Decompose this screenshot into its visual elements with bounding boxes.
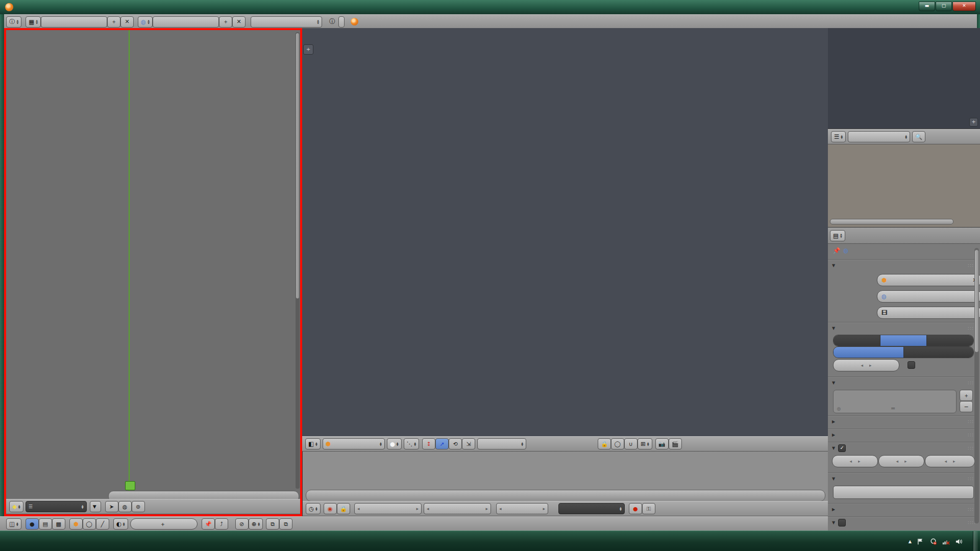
dopesheet-keyframes[interactable] (107, 30, 299, 500)
gravity-checkbox[interactable]: ✓ (838, 444, 846, 452)
frame-end-field[interactable]: ◂▸ (424, 503, 491, 514)
screen-layout-icon-button[interactable]: ▦▲▼ (26, 16, 41, 28)
add-scene-button[interactable]: ＋ (219, 16, 232, 28)
scene-icon-button[interactable]: ◍▲▼ (138, 16, 153, 28)
maximize-button[interactable]: ▢ (936, 2, 952, 11)
toolshelf-expand-button[interactable]: ＋ (303, 44, 313, 55)
texture-nodes-button[interactable]: ▤ (39, 518, 52, 530)
sync-mode-select[interactable]: ▲▼ (558, 503, 625, 514)
node-pin-button[interactable]: 📌 (202, 518, 215, 530)
node-editor-selector[interactable]: ◫▲▼ (6, 518, 21, 530)
lock-to-scene-button[interactable]: 🔒 (598, 438, 611, 449)
dopesheet-filter-field[interactable]: ▼ (90, 501, 101, 512)
delete-scene-button[interactable]: ✕ (232, 16, 246, 28)
snap-element-select[interactable]: ⊞▲▼ (638, 438, 652, 449)
outliner-scrollbar[interactable] (830, 219, 953, 224)
outliner-editor[interactable]: ☰▲▼ ▲▼ 🔍 (828, 129, 980, 228)
manipulator-rotate-button[interactable]: ⟲ (449, 438, 462, 449)
active-clip-field[interactable]: 🎞 (877, 307, 980, 319)
panel-header-rigid-body[interactable]: ▼:::: (828, 472, 976, 484)
dopesheet-editor-selector[interactable]: ◆▲▼ (9, 501, 23, 512)
autokey-lock-button[interactable]: 🔒 (337, 503, 350, 514)
panel-header-audio[interactable]: ▶:::: (828, 429, 976, 440)
manipulator-active-button[interactable]: ➚ (435, 438, 449, 449)
ghost-frames-button[interactable]: ◍ (118, 501, 132, 512)
object-shader-button[interactable]: ⬢ (69, 518, 83, 530)
add-keying-set-button[interactable]: ＋ (960, 390, 973, 401)
scene-field[interactable] (153, 16, 219, 28)
node-parent-up-button[interactable]: ⤴ (215, 518, 228, 530)
viewport-3d[interactable]: ＋ ◧▲▼ ⬢▲▼ ●▲▼ ⋱▲▼ ↕ ➚ ⟲ ⇲ ▲▼ 🔒 ◯ ∪ ⊞▲▼ 📷… (302, 28, 828, 452)
node-snap-toggle-button[interactable]: ⊘ (235, 518, 249, 530)
camera-preview-viewport[interactable]: ＋ (828, 28, 980, 129)
network-status-icon[interactable] (942, 538, 950, 545)
unit-scale-field[interactable]: ◂▸ (833, 359, 899, 371)
units-none-button[interactable] (834, 335, 880, 346)
snap-magnet-button[interactable]: ∪ (624, 438, 638, 449)
pivot-select[interactable]: ⋱▲▼ (404, 438, 419, 449)
gravity-x-field[interactable]: ◂▸ (832, 455, 878, 467)
render-opengl-anim-button[interactable]: 🎬 (669, 438, 682, 449)
keying-set-button[interactable]: ⚿ (642, 503, 655, 514)
dopesheet-main[interactable] (6, 30, 300, 500)
linestyle-shader-button[interactable]: ╱ (96, 518, 109, 530)
shader-nodes-button[interactable]: ● (26, 518, 39, 530)
display-mode-select[interactable]: ▲▼ (848, 131, 910, 142)
separate-units-checkbox[interactable] (908, 361, 915, 369)
cursor-tool-button[interactable]: ➤ (105, 501, 118, 512)
node-snap-element-select[interactable]: ⊕▲▼ (249, 518, 263, 530)
current-frame-line[interactable] (129, 30, 130, 491)
camera-field[interactable]: ⬢✕ (877, 274, 980, 286)
manipulator-translate-button[interactable]: ↕ (422, 438, 435, 449)
render-opengl-button[interactable]: 📷 (655, 438, 669, 449)
panel-header-keying-sets[interactable]: ▼:::: (828, 377, 976, 388)
material-slot-select[interactable]: ◐▲▼ (113, 518, 128, 530)
action-center-flag-icon[interactable] (917, 538, 924, 545)
dopesheet-editor[interactable]: ◆▲▼ ☰▲▼ ▼ ➤ ◍ ⊛ (4, 28, 302, 516)
title-bar[interactable]: ▬ ▢ ✕ (0, 0, 980, 15)
show-desktop-button[interactable] (973, 531, 978, 551)
paste-nodes-button[interactable]: ⧉ (279, 518, 292, 530)
render-engine-select[interactable]: ▲▼ (251, 16, 322, 28)
properties-editor[interactable]: ▤▲▼ 📌◍ ▼:::: ⬢✕ ◍ 🎞 ▼:::: ◂▸ ▼:::: ⊕ = (828, 227, 980, 531)
proportional-edit-button[interactable]: ◯ (611, 438, 624, 449)
viewport-scene[interactable] (302, 28, 828, 437)
current-frame-field[interactable]: ◂▸ (496, 503, 548, 514)
packed-files-button[interactable] (338, 16, 345, 28)
shading-select[interactable]: ●▲▼ (387, 438, 402, 449)
current-frame-indicator[interactable] (125, 481, 135, 490)
gravity-y-field[interactable]: ◂▸ (878, 455, 924, 467)
dopesheet-scrollbar[interactable] (296, 32, 300, 489)
simplify-checkbox[interactable] (838, 519, 846, 527)
dopesheet-mode-select[interactable]: ☰▲▼ (26, 501, 87, 512)
units-imperial-button[interactable] (926, 335, 973, 346)
timeline-editor[interactable]: ◷▲▼ ◉ 🔒 ◂▸ ◂▸ ◂▸ ▲▼ ● ⚿ (302, 452, 828, 516)
tray-expand-icon[interactable]: ▲ (909, 539, 912, 544)
units-degrees-button[interactable] (834, 347, 903, 358)
frame-start-field[interactable]: ◂▸ (354, 503, 422, 514)
add-rigid-body-world-button[interactable] (833, 486, 974, 499)
timeline-editor-selector[interactable]: ◷▲▼ (306, 503, 321, 514)
minimize-button[interactable]: ▬ (919, 2, 935, 11)
properties-scrollbar[interactable] (974, 248, 979, 523)
panel-header-color-management[interactable]: ▶:::: (828, 415, 976, 427)
remove-keying-set-button[interactable]: − (960, 401, 973, 412)
viewport-editor-selector[interactable]: ◧▲▼ (305, 438, 321, 449)
compositing-nodes-button[interactable]: ▩ (52, 518, 65, 530)
panel-header-gravity[interactable]: ▼✓:::: (828, 442, 976, 454)
record-button[interactable]: ● (629, 503, 642, 514)
volume-icon[interactable] (955, 538, 963, 545)
autokey-record-button[interactable]: ◉ (324, 503, 337, 514)
snap-keys-button[interactable]: ⊛ (132, 501, 145, 512)
background-field[interactable]: ◍ (877, 290, 980, 303)
orientation-select[interactable]: ▲▼ (477, 438, 526, 449)
outliner-search-button[interactable]: 🔍 (912, 131, 925, 142)
update-status-icon[interactable] (929, 538, 937, 545)
new-material-button[interactable]: ＋ (130, 518, 198, 530)
camera-preview-scene[interactable] (828, 28, 980, 129)
panel-header-scene[interactable]: ▼:::: (828, 259, 976, 271)
gravity-z-field[interactable]: ◂▸ (925, 455, 975, 467)
timeline-content[interactable] (303, 452, 828, 489)
pin-icon[interactable]: 📌 (833, 247, 840, 254)
copy-nodes-button[interactable]: ⧉ (266, 518, 279, 530)
